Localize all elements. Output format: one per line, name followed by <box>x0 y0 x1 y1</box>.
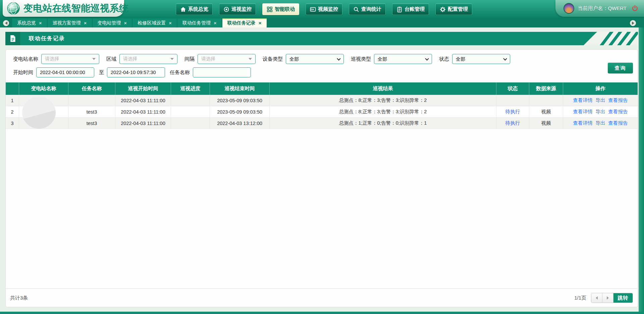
eye-icon <box>223 6 229 12</box>
status-filter-label: 状态 <box>439 56 449 62</box>
nav-button-config[interactable]: 配置管理 <box>435 3 472 15</box>
table-row: 3test32022-04-03 11:11:002022-04-03 13:1… <box>6 118 638 129</box>
cell-no: 3 <box>6 118 19 129</box>
right-scrollbar-strip[interactable] <box>639 27 644 314</box>
cell-no: 1 <box>6 95 19 106</box>
search-button[interactable]: 查询 <box>608 63 633 73</box>
nav-label: 系统总览 <box>188 6 208 12</box>
task-name-input[interactable] <box>193 67 251 77</box>
titlebar-stripes-decoration <box>574 32 638 45</box>
gear-icon <box>440 6 446 12</box>
jump-button[interactable]: 跳转 <box>613 293 633 303</box>
cell-end: 2023-05-09 09:03:50 <box>210 95 270 106</box>
table-body: 12022-04-03 11:11:002023-05-09 09:03:50总… <box>6 95 638 129</box>
column-header-2: 任务名称 <box>68 82 115 95</box>
cell-task <box>68 95 115 106</box>
cell-progress <box>171 118 210 129</box>
tab-label: 联动任务记录 <box>227 20 256 26</box>
nav-button-patrol[interactable]: 巡视监控 <box>219 3 256 15</box>
cell-source: 视频 <box>529 106 563 117</box>
export-link[interactable]: 导出 <box>596 109 605 115</box>
cell-status: 待执行 <box>496 106 529 117</box>
device-type-filter-label: 设备类型 <box>263 56 283 62</box>
column-header-1: 变电站名称 <box>19 82 68 95</box>
view-report-link[interactable]: 查看报告 <box>608 97 628 104</box>
video-icon <box>310 6 316 12</box>
nav-button-ledger[interactable]: 台账管理 <box>392 3 429 15</box>
nav-button-overview[interactable]: 系统总览 <box>176 3 213 15</box>
total-count: 共计3条 <box>10 295 28 301</box>
tab-close-icon[interactable]: × <box>84 20 87 25</box>
view-detail-link[interactable]: 查看详情 <box>573 120 593 126</box>
station-select[interactable]: 请选择 <box>41 54 99 64</box>
content-panel: 变电站名称 请选择 区域 请选择 间隔 请选择 设备类型 全部 <box>5 49 638 307</box>
device-type-select[interactable]: 全部 <box>286 54 343 64</box>
page-title-bar: 联动任务记录 <box>5 32 638 45</box>
home-icon <box>180 6 186 12</box>
user-avatar[interactable] <box>564 3 574 14</box>
chevron-down-icon <box>170 58 174 60</box>
export-link[interactable]: 导出 <box>596 120 605 126</box>
bay-select[interactable]: 请选择 <box>198 54 256 64</box>
page-indicator: 1/1页 <box>574 295 586 301</box>
view-detail-link[interactable]: 查看详情 <box>573 109 593 115</box>
start-time-input[interactable] <box>36 67 94 77</box>
tab-close-icon[interactable]: × <box>214 20 217 25</box>
nav-button-video[interactable]: 视频监控 <box>306 3 342 15</box>
redaction-blob <box>22 97 56 129</box>
current-user-name: QWERT <box>608 5 627 11</box>
nav-button-linkage[interactable]: 智能联动 <box>262 3 299 15</box>
tab-0[interactable]: 系统总览× <box>12 18 47 27</box>
main-nav: 系统总览巡视监控智能联动视频监控查询统计台账管理配置管理 <box>176 3 472 15</box>
view-report-link[interactable]: 查看报告 <box>608 109 628 115</box>
records-table: 变电站名称任务名称巡视开始时间巡视进度巡视结束时间巡视结果状态数据来源操作 12… <box>6 82 638 129</box>
tab-label: 检修区域设置 <box>138 20 166 26</box>
tab-1[interactable]: 巡视方案管理× <box>48 18 92 27</box>
table-header-row: 变电站名称任务名称巡视开始时间巡视进度巡视结束时间巡视结果状态数据来源操作 <box>6 82 638 95</box>
view-report-link[interactable]: 查看报告 <box>608 120 628 126</box>
header-bar: 系统总览巡视监控智能联动视频监控查询统计台账管理配置管理 变电站在线智 <box>0 0 644 18</box>
tab-5[interactable]: 联动任务记录× <box>222 18 267 27</box>
tab-label: 联动任务管理 <box>182 20 211 26</box>
cell-no: 2 <box>6 106 19 117</box>
tab-scroll-right-icon[interactable] <box>630 20 636 26</box>
cell-source: 视频 <box>529 118 563 129</box>
logout-power-icon[interactable] <box>631 5 639 12</box>
status-select[interactable]: 全部 <box>452 54 510 64</box>
view-detail-link[interactable]: 查看详情 <box>573 97 593 104</box>
patrol-type-filter-label: 巡视类型 <box>351 56 371 62</box>
cell-status <box>496 95 529 106</box>
cell-start: 2022-04-03 11:11:00 <box>115 118 171 129</box>
tab-3[interactable]: 检修区域设置× <box>132 18 177 27</box>
page-title: 联动任务记录 <box>29 35 65 42</box>
tab-close-icon[interactable]: × <box>39 20 42 25</box>
tab-scroll-left-icon[interactable] <box>3 20 9 26</box>
tab-close-icon[interactable]: × <box>124 20 127 25</box>
tab-2[interactable]: 变电站管理× <box>93 18 132 27</box>
station-filter-label: 变电站名称 <box>13 56 38 62</box>
filter-row-2: 开始时间 至 任务名称 <box>13 67 251 77</box>
tab-label: 变电站管理 <box>98 20 121 26</box>
bottom-frame-strip <box>0 312 644 314</box>
tab-close-icon[interactable]: × <box>259 20 262 25</box>
patrol-type-select[interactable]: 全部 <box>374 54 432 64</box>
area-select[interactable]: 请选择 <box>119 54 177 64</box>
nav-button-query[interactable]: 查询统计 <box>349 3 386 15</box>
cell-progress <box>171 95 210 106</box>
app-title: 变电站在线智能巡视系统 <box>23 2 129 15</box>
to-label: 至 <box>99 69 104 76</box>
next-page-button[interactable] <box>602 293 613 303</box>
end-time-input[interactable] <box>107 67 165 77</box>
chevron-down-icon <box>92 58 96 60</box>
logo-panel: 变电站在线智能巡视系统 <box>3 0 124 17</box>
cell-end: 2023-05-09 09:03:50 <box>210 106 270 117</box>
document-icon <box>5 32 20 45</box>
column-header-0 <box>6 82 19 95</box>
tab-close-icon[interactable]: × <box>169 20 172 25</box>
cell-task: test3 <box>68 106 115 117</box>
export-link[interactable]: 导出 <box>596 97 605 104</box>
start-time-label: 开始时间 <box>13 69 33 76</box>
tab-4[interactable]: 联动任务管理× <box>177 18 222 27</box>
prev-page-button[interactable] <box>591 293 602 303</box>
cell-status: 待执行 <box>496 118 529 129</box>
